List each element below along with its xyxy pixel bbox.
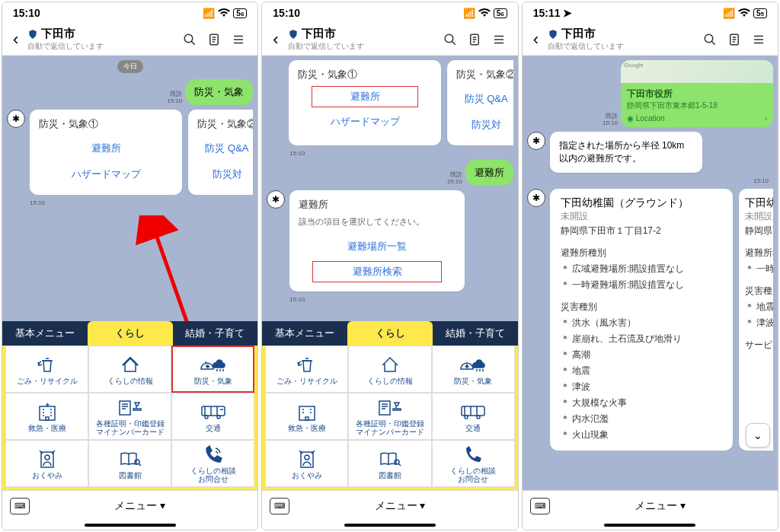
menu-icon[interactable] — [232, 33, 251, 46]
home-indicator[interactable] — [262, 521, 517, 530]
location-bubble[interactable]: Google 下田市役所 静岡県下田市東本郷1-5-18 ◉ Location› — [621, 60, 773, 127]
stamp-doc-icon — [118, 397, 142, 418]
statusbar: 15:10 📶 56 — [2, 2, 257, 24]
cell-info[interactable]: くらしの情報 — [88, 346, 171, 393]
card-carousel[interactable]: 防災・気象① 避難所 ハザードマップ 防災・気象② 防災 Q&A 防災対 — [30, 110, 253, 195]
keyboard-icon[interactable]: ⌨ — [530, 498, 550, 514]
card-hinanjo[interactable]: 避難所 該当の項目を選択してください。 避難場所一覧 避難所検索 — [289, 190, 465, 291]
back-button[interactable]: ‹ — [8, 30, 23, 49]
chat-area[interactable]: 防災・気象① 避難所 ハザードマップ 防災・気象② 防災 Q&A 防災対 15:… — [262, 56, 517, 321]
svg-rect-6 — [120, 401, 130, 415]
notes-icon[interactable] — [468, 33, 488, 46]
link-search[interactable]: 避難所検索 — [312, 261, 442, 282]
signal-icon: 📶 — [203, 8, 215, 19]
svg-text:+: + — [465, 364, 468, 369]
notes-icon[interactable] — [727, 33, 747, 46]
notes-icon[interactable] — [207, 33, 227, 46]
sent-bubble[interactable]: 防災・気象 — [185, 79, 253, 105]
bot-avatar[interactable]: ✱ — [527, 132, 545, 150]
result-carousel[interactable]: 下田幼稚園（グラウンド） 未開設 静岡県下田市１丁目17-2 避難所種別 ＊ 広… — [550, 189, 773, 451]
card-bosai-2[interactable]: 防災・気象② 防災 Q&A 防災対 — [188, 110, 253, 195]
link-list[interactable]: 避難場所一覧 — [299, 234, 456, 260]
search-icon[interactable] — [443, 33, 463, 46]
link-hinanjo[interactable]: 避難所 — [39, 135, 173, 161]
cell-tosho[interactable]: 図書館 — [88, 440, 171, 487]
cell-kotsu[interactable]: 交通 — [171, 393, 254, 440]
cell-info[interactable]: くらしの情報 — [348, 346, 431, 393]
cell-okuyami[interactable]: おくやみ — [5, 440, 88, 487]
link-hinanjo[interactable]: 避難所 — [312, 86, 418, 107]
menu-icon[interactable] — [752, 33, 772, 46]
home-indicator[interactable] — [2, 521, 257, 530]
menu-toggle[interactable]: メニュー ▾ — [289, 499, 510, 513]
scroll-down-fab[interactable]: ⌄ — [746, 423, 770, 448]
bottom-bar: ⌨ メニュー ▾ — [523, 490, 778, 521]
svg-rect-17 — [379, 401, 390, 415]
house-icon — [379, 354, 401, 375]
card-bosai-2[interactable]: 防災・気象② 防災 Q&A 防災対 — [447, 60, 513, 145]
signal-icon: 📶 — [723, 8, 735, 19]
back-button[interactable]: ‹ — [529, 30, 543, 49]
svg-line-2 — [155, 231, 200, 321]
keyboard-icon[interactable]: ⌨ — [270, 498, 289, 514]
tab-kurashi[interactable]: くらし — [347, 321, 433, 346]
rich-menu: 基本メニュー くらし 結婚・子育て ごみ・リサイクル くらしの情報 +防災・気象… — [2, 321, 257, 490]
card-bosai-1[interactable]: 防災・気象① 避難所 ハザードマップ — [30, 110, 182, 195]
search-icon[interactable] — [703, 33, 723, 46]
cell-sodan[interactable]: くらしの相談 お問合せ — [171, 440, 254, 487]
tab-basic[interactable]: 基本メニュー — [2, 321, 88, 346]
cell-shomei[interactable]: 各種証明・印鑑登録 マイナンバーカード — [348, 393, 431, 440]
title-block: 下田市 自動で返信しています — [27, 27, 178, 52]
cell-gomi[interactable]: ごみ・リサイクル — [265, 346, 348, 393]
cell-okuyami[interactable]: おくやみ — [265, 440, 348, 487]
cell-kotsu[interactable]: 交通 — [432, 393, 515, 440]
cell-gomi[interactable]: ごみ・リサイクル — [5, 346, 88, 393]
chat-area[interactable]: 今日 既読15:10 防災・気象 ✱ 防災・気象① 避難所 ハザードマップ 防災… — [2, 56, 257, 321]
tab-kekkon[interactable]: 結婚・子育て — [433, 321, 518, 346]
portrait-icon — [38, 448, 56, 470]
cell-bosai[interactable]: +防災・気象 — [171, 346, 254, 393]
sent-bubble[interactable]: 避難所 — [465, 160, 513, 186]
signal-icon: 📶 — [463, 8, 475, 19]
cell-bosai[interactable]: +防災・気象 — [432, 346, 515, 393]
tab-basic[interactable]: 基本メニュー — [262, 321, 347, 346]
back-button[interactable]: ‹ — [268, 30, 283, 49]
keyboard-icon[interactable]: ⌨ — [10, 498, 30, 514]
battery-icon: 56 — [494, 8, 507, 18]
link-hazard[interactable]: ハザードマップ — [39, 161, 173, 187]
recycle-icon — [36, 354, 59, 375]
hospital-icon — [37, 401, 58, 422]
link-hazard[interactable]: ハザードマップ — [298, 109, 432, 135]
svg-rect-5 — [40, 406, 55, 420]
phone-icon — [463, 444, 483, 465]
house-icon — [119, 354, 142, 375]
phone-3: 15:11 ➤ 📶55 ‹ 下田市自動で返信しています 既読15:10 Goog… — [522, 2, 778, 530]
card-bosai-1[interactable]: 防災・気象① 避難所 ハザードマップ — [289, 60, 441, 145]
bot-avatar[interactable]: ✱ — [7, 110, 25, 128]
cell-tosho[interactable]: 図書館 — [348, 440, 431, 487]
menu-icon[interactable] — [492, 33, 512, 46]
menu-toggle[interactable]: メニュー ▾ — [550, 499, 770, 513]
menu-toggle[interactable]: メニュー ▾ — [30, 499, 250, 513]
bot-avatar[interactable]: ✱ — [527, 189, 545, 207]
search-icon[interactable] — [183, 33, 203, 46]
svg-rect-16 — [299, 406, 315, 420]
book-search-icon — [119, 448, 142, 470]
phone-1: 15:10 📶 56 ‹ 下田市 自動で返信しています 今日 既読15:10 防… — [2, 2, 258, 530]
tab-kurashi[interactable]: くらし — [88, 321, 173, 346]
cell-kyukyu[interactable]: 救急・医療 — [5, 393, 88, 440]
battery-icon: 56 — [233, 8, 247, 18]
bot-avatar[interactable]: ✱ — [267, 190, 285, 209]
result-card-2[interactable]: 下田幼 未開設 静岡県下 避難所種別 ＊ 一時 災害種別 ＊ 地震 ＊ 津波 サ… — [739, 189, 773, 451]
home-indicator[interactable] — [523, 521, 778, 530]
result-card-1[interactable]: 下田幼稚園（グラウンド） 未開設 静岡県下田市１丁目17-2 避難所種別 ＊ 広… — [550, 189, 733, 451]
cell-sodan[interactable]: くらしの相談 お問合せ — [432, 440, 515, 487]
tab-kekkon[interactable]: 結婚・子育て — [173, 321, 258, 346]
cell-shomei[interactable]: 各種証明・印鑑登録 マイナンバーカード — [88, 393, 171, 440]
book-search-icon — [379, 448, 401, 470]
hospital-icon — [296, 401, 318, 422]
svg-point-9 — [217, 416, 220, 419]
chat-area[interactable]: 既読15:10 Google 下田市役所 静岡県下田市東本郷1-5-18 ◉ L… — [523, 56, 778, 490]
cell-kyukyu[interactable]: 救急・医療 — [265, 393, 348, 440]
card-carousel[interactable]: 防災・気象① 避難所 ハザードマップ 防災・気象② 防災 Q&A 防災対 — [289, 60, 513, 145]
